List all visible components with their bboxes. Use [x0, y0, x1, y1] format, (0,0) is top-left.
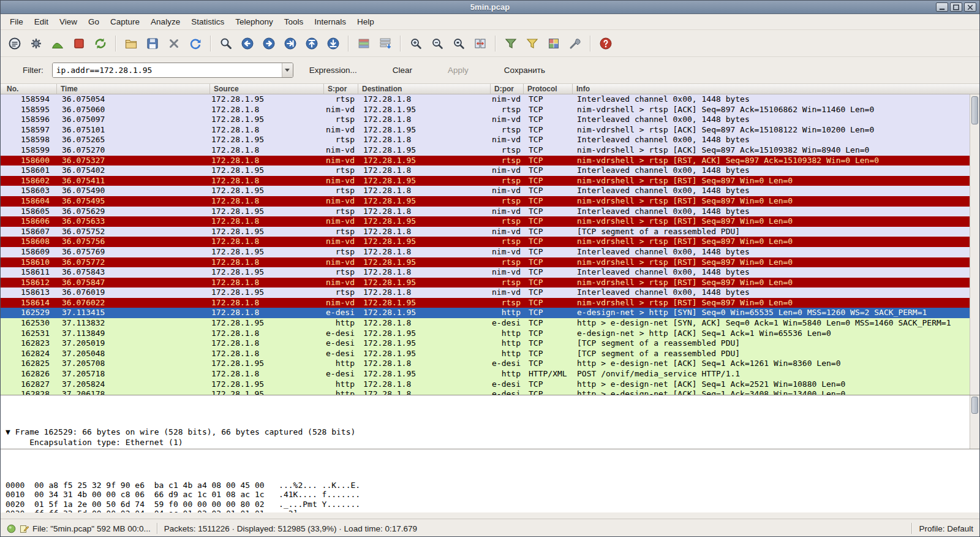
maximize-button[interactable] — [950, 2, 962, 12]
scrollbar-thumb[interactable] — [971, 96, 978, 124]
packet-row[interactable]: 162826 37.205718 172.28.1.8 e-desi 172.2… — [1, 369, 970, 379]
hex-line[interactable]: 0000 00 a8 f5 25 32 9f 90 e6 ba c1 4b a4… — [6, 481, 979, 490]
detail-line[interactable]: ▼ Frame 162529: 66 bytes on wire (528 bi… — [6, 427, 970, 437]
filter-input[interactable] — [53, 63, 282, 77]
preferences-button[interactable] — [566, 35, 584, 52]
display-filters-button[interactable] — [523, 35, 541, 52]
packet-row[interactable]: 158603 36.075490 172.28.1.95 rtsp 172.28… — [1, 186, 970, 196]
packet-row[interactable]: 158601 36.075402 172.28.1.95 rtsp 172.28… — [1, 166, 970, 176]
packet-row[interactable]: 158595 36.075060 172.28.1.8 nim-vd 172.2… — [1, 105, 970, 115]
minimize-button[interactable] — [936, 2, 948, 12]
menu-item[interactable]: Statistics — [186, 15, 230, 29]
detail-line[interactable]: Arrival Time: Feb 16, 2014 19:45:58.4036… — [6, 448, 970, 449]
window-controls — [936, 2, 979, 12]
restart-capture-button[interactable] — [91, 35, 110, 52]
menu-item[interactable]: Edit — [29, 15, 54, 29]
packet-row[interactable]: 162531 37.113849 172.28.1.8 e-desi 172.2… — [1, 329, 970, 339]
packet-row[interactable]: 162827 37.205824 172.28.1.95 http 172.28… — [1, 379, 970, 390]
status-profile[interactable]: Profile: Default — [919, 524, 973, 533]
packet-row[interactable]: 162823 37.205019 172.28.1.8 e-desi 172.2… — [1, 338, 970, 349]
hex-line[interactable]: 0020 01 5f 1a 2e 00 50 6d 74 59 f0 00 00… — [6, 500, 979, 509]
column-header[interactable]: Source — [210, 84, 324, 94]
column-header[interactable]: S:por — [324, 84, 358, 94]
column-header[interactable]: D:por — [491, 84, 524, 94]
find-packet-button[interactable] — [217, 35, 235, 52]
menu-item[interactable]: View — [54, 15, 83, 29]
reload-file-button[interactable] — [186, 35, 205, 52]
menu-item[interactable]: File — [4, 15, 29, 29]
go-back-button[interactable] — [238, 35, 257, 52]
packet-row[interactable]: 162828 37.206178 172.28.1.95 http 172.28… — [1, 389, 970, 395]
hex-line[interactable]: 0010 00 34 31 4b 00 00 c8 06 66 d9 ac 1c… — [6, 490, 979, 500]
menu-item[interactable]: Capture — [105, 15, 145, 29]
help-button[interactable] — [597, 35, 615, 52]
menu-item[interactable]: Telephony — [230, 15, 279, 29]
scrollbar-thumb[interactable] — [971, 397, 978, 414]
packet-row[interactable]: 158611 36.075843 172.28.1.95 rtsp 172.28… — [1, 267, 970, 278]
packet-row[interactable]: 162824 37.205048 172.28.1.8 e-desi 172.2… — [1, 349, 970, 359]
menu-item[interactable]: Tools — [279, 15, 309, 29]
capture-options-button[interactable] — [27, 35, 45, 52]
packet-row[interactable]: 158594 36.075054 172.28.1.95 rtsp 172.28… — [1, 94, 970, 105]
details-scrollbar[interactable] — [970, 395, 979, 449]
packet-row[interactable]: 158596 36.075097 172.28.1.95 rtsp 172.28… — [1, 115, 970, 125]
apply-button[interactable]: Apply — [440, 62, 476, 78]
packet-row[interactable]: 162529 37.113415 172.28.1.8 e-desi 172.2… — [1, 308, 970, 318]
resize-columns-button[interactable] — [471, 35, 489, 52]
expert-info-button[interactable] — [7, 524, 16, 533]
column-header[interactable]: No. — [1, 84, 57, 94]
clear-button[interactable]: Clear — [385, 62, 420, 78]
packet-row[interactable]: 158604 36.075495 172.28.1.8 nim-vd 172.2… — [1, 196, 970, 207]
zoom-normal-button[interactable] — [450, 35, 468, 52]
packet-row[interactable]: 158602 36.075411 172.28.1.8 nim-vd 172.2… — [1, 176, 970, 186]
filter-dropdown-button[interactable] — [282, 63, 293, 77]
packet-row[interactable]: 158597 36.075101 172.28.1.8 nim-vd 172.2… — [1, 125, 970, 135]
close-file-button[interactable] — [165, 35, 183, 52]
packet-row[interactable]: 162825 37.205708 172.28.1.95 http 172.28… — [1, 359, 970, 369]
column-header[interactable]: Time — [57, 84, 210, 94]
zoom-in-button[interactable] — [407, 35, 425, 52]
filter-label[interactable]: Filter: — [23, 66, 43, 75]
save-file-button[interactable] — [143, 35, 162, 52]
open-file-button[interactable] — [122, 35, 140, 52]
go-to-bottom-button[interactable] — [324, 35, 342, 52]
packet-time: 37.205824 — [57, 379, 210, 390]
stop-capture-button[interactable] — [70, 35, 88, 52]
colorize-button[interactable] — [355, 35, 373, 52]
capture-filters-button[interactable] — [502, 35, 520, 52]
go-forward-button[interactable] — [260, 35, 278, 52]
packet-list-scrollbar[interactable] — [970, 94, 979, 395]
detail-line[interactable]: Encapsulation type: Ethernet (1) — [6, 437, 970, 448]
column-header[interactable]: Info — [573, 84, 979, 94]
expression-button[interactable]: Expression... — [302, 62, 364, 78]
packet-row[interactable]: 158608 36.075756 172.28.1.8 nim-vd 172.2… — [1, 237, 970, 247]
auto-scroll-button[interactable] — [376, 35, 394, 52]
close-window-button[interactable] — [964, 2, 976, 12]
packet-row[interactable]: 158612 36.075847 172.28.1.8 nim-vd 172.2… — [1, 278, 970, 288]
menu-item[interactable]: Internals — [309, 15, 352, 29]
packet-row[interactable]: 158606 36.075633 172.28.1.8 nim-vd 172.2… — [1, 216, 970, 227]
column-header[interactable]: Protocol — [524, 84, 573, 94]
packet-row[interactable]: 158614 36.076022 172.28.1.8 nim-vd 172.2… — [1, 298, 970, 308]
packet-row[interactable]: 158600 36.075327 172.28.1.8 nim-vd 172.2… — [1, 156, 970, 166]
go-to-top-button[interactable] — [303, 35, 321, 52]
capture-comment-button[interactable] — [20, 524, 29, 533]
packet-row[interactable]: 158609 36.075769 172.28.1.95 rtsp 172.28… — [1, 247, 970, 257]
column-header[interactable]: Destination — [358, 84, 491, 94]
packet-row[interactable]: 158605 36.075629 172.28.1.95 rtsp 172.28… — [1, 207, 970, 217]
packet-row[interactable]: 158599 36.075270 172.28.1.8 nim-vd 172.2… — [1, 145, 970, 156]
packet-row[interactable]: 158613 36.076019 172.28.1.95 rtsp 172.28… — [1, 288, 970, 298]
list-interfaces-button[interactable] — [6, 35, 24, 52]
menu-item[interactable]: Go — [83, 15, 105, 29]
start-capture-button[interactable] — [48, 35, 67, 52]
menu-item[interactable]: Analyze — [145, 15, 186, 29]
menu-item[interactable]: Help — [352, 15, 380, 29]
packet-row[interactable]: 158610 36.075772 172.28.1.8 nim-vd 172.2… — [1, 257, 970, 268]
packet-row[interactable]: 162530 37.113832 172.28.1.95 http 172.28… — [1, 318, 970, 329]
go-to-packet-button[interactable] — [281, 35, 300, 52]
packet-row[interactable]: 158598 36.075265 172.28.1.95 rtsp 172.28… — [1, 135, 970, 145]
packet-row[interactable]: 158607 36.075752 172.28.1.95 rtsp 172.28… — [1, 227, 970, 237]
zoom-out-button[interactable] — [428, 35, 447, 52]
save-filter-button[interactable]: Сохранить — [497, 62, 552, 78]
coloring-rules-button[interactable] — [545, 35, 563, 52]
